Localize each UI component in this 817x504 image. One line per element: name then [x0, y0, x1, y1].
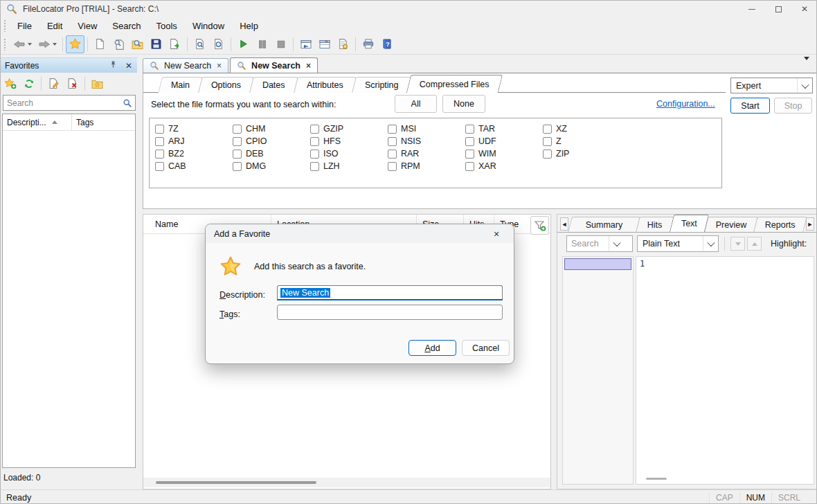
checkbox-msi[interactable]: [388, 125, 397, 134]
add-favorite-button[interactable]: [66, 35, 84, 53]
checkbox-hfs[interactable]: [310, 137, 319, 146]
previous-hit-button[interactable]: [747, 237, 762, 251]
checkbox-xz[interactable]: [543, 125, 552, 134]
format-option-xz[interactable]: XZ: [543, 123, 620, 135]
viewer-search-combo[interactable]: [566, 235, 633, 252]
back-button[interactable]: [10, 35, 35, 53]
tab-summary[interactable]: Summary: [568, 217, 640, 232]
description-input[interactable]: New Search: [277, 285, 503, 300]
tab-options[interactable]: Options: [198, 77, 254, 93]
format-option-xar[interactable]: XAR: [465, 160, 543, 172]
checkbox-arj[interactable]: [155, 137, 164, 146]
format-option-arj[interactable]: ARJ: [155, 135, 233, 147]
next-hit-button[interactable]: [730, 237, 745, 251]
pause-search-button[interactable]: [253, 35, 271, 53]
script-options-button[interactable]: [334, 35, 352, 53]
checkbox-deb[interactable]: [233, 150, 242, 159]
stop-search-button[interactable]: [271, 35, 290, 53]
results-hscrollbar[interactable]: [143, 478, 550, 487]
format-option-rpm[interactable]: RPM: [388, 160, 465, 172]
open-search-button[interactable]: [109, 35, 128, 53]
format-option-bz2[interactable]: BZ2: [155, 147, 233, 160]
start-search-toolbar-button[interactable]: [234, 35, 253, 53]
format-option-msi[interactable]: MSI: [388, 123, 465, 135]
checkbox-wim[interactable]: [465, 150, 474, 159]
format-option-udf[interactable]: UDF: [465, 135, 543, 147]
checkbox-chm[interactable]: [233, 125, 242, 134]
viewer-hscrollbar-thumb[interactable]: [646, 478, 667, 480]
checkbox-dmg[interactable]: [233, 162, 242, 171]
format-option-gzip[interactable]: GZIP: [310, 123, 388, 135]
favorites-organize-button[interactable]: [88, 75, 107, 93]
format-option-hfs[interactable]: HFS: [310, 135, 388, 147]
menu-view[interactable]: View: [70, 19, 105, 33]
tab-text[interactable]: Text: [670, 215, 709, 232]
configuration-link[interactable]: Configuration...: [656, 99, 715, 109]
viewer-search-input[interactable]: [567, 239, 609, 249]
checkbox-7z[interactable]: [155, 125, 164, 134]
dialog-close-button[interactable]: ×: [487, 227, 505, 241]
minimize-button[interactable]: [739, 1, 765, 17]
favorites-list[interactable]: Descripti... Tags: [2, 114, 136, 468]
tab-new-search-2[interactable]: New Search ×: [230, 57, 318, 73]
checkbox-tar[interactable]: [465, 125, 474, 134]
tab-new-search-1[interactable]: New Search ×: [143, 58, 228, 73]
checkbox-gzip[interactable]: [310, 125, 319, 134]
edit-expression-button[interactable]: [190, 35, 209, 53]
menu-help[interactable]: Help: [232, 19, 266, 33]
checkbox-zip[interactable]: [543, 150, 552, 159]
edit-expression-2-button[interactable]: [209, 35, 228, 53]
tab-close-icon[interactable]: ×: [306, 61, 311, 71]
favorites-col-tags[interactable]: Tags: [72, 114, 135, 130]
format-option-rar[interactable]: RAR: [388, 147, 465, 160]
tags-input[interactable]: [277, 305, 503, 320]
tab-reports[interactable]: Reports: [754, 217, 807, 232]
format-option-iso[interactable]: ISO: [310, 147, 388, 160]
favorites-edit-button[interactable]: [44, 75, 63, 93]
toggle-results-view-button[interactable]: [296, 35, 315, 53]
tab-compressed-files[interactable]: Compressed Files: [406, 75, 503, 93]
tab-main[interactable]: Main: [158, 77, 203, 93]
checkbox-iso[interactable]: [310, 150, 319, 159]
tab-hits[interactable]: Hits: [636, 217, 674, 232]
format-option-z[interactable]: Z: [543, 135, 620, 147]
favorites-add-button[interactable]: [1, 75, 19, 93]
format-option-cpio[interactable]: CPIO: [233, 135, 310, 147]
print-button[interactable]: [359, 35, 377, 53]
tab-scripting[interactable]: Scripting: [352, 77, 411, 93]
save-button[interactable]: [147, 35, 165, 53]
checkbox-bz2[interactable]: [155, 150, 164, 159]
start-button[interactable]: Start: [730, 98, 770, 114]
tab-attributes[interactable]: Attributes: [294, 77, 357, 93]
favorites-delete-button[interactable]: [63, 75, 82, 93]
favorites-search-input[interactable]: [3, 95, 120, 111]
all-button[interactable]: All: [395, 95, 437, 113]
tab-preview[interactable]: Preview: [704, 217, 758, 232]
menu-file[interactable]: File: [10, 19, 39, 33]
selected-hit-row[interactable]: [564, 258, 631, 270]
tab-dates[interactable]: Dates: [249, 77, 298, 93]
format-option-cab[interactable]: CAB: [155, 160, 233, 172]
search-mode-select[interactable]: Expert: [730, 78, 813, 93]
export-button[interactable]: [165, 35, 184, 53]
text-viewer[interactable]: 1: [636, 256, 814, 485]
menu-search[interactable]: Search: [105, 19, 148, 33]
checkbox-lzh[interactable]: [310, 162, 319, 171]
format-option-nsis[interactable]: NSIS: [388, 135, 465, 147]
stop-button[interactable]: Stop: [774, 98, 812, 114]
tab-list-dropdown-button[interactable]: [802, 60, 809, 70]
cancel-button[interactable]: Cancel: [462, 340, 510, 356]
format-option-7z[interactable]: 7Z: [155, 123, 233, 135]
menu-edit[interactable]: Edit: [39, 19, 70, 33]
scroll-tabs-left-button[interactable]: ◄: [560, 217, 568, 231]
format-option-wim[interactable]: WIM: [465, 147, 543, 160]
checkbox-udf[interactable]: [465, 137, 474, 146]
checkbox-z[interactable]: [543, 137, 552, 146]
viewer-mode-select[interactable]: Plain Text: [637, 235, 719, 252]
none-button[interactable]: None: [442, 95, 485, 113]
tab-close-icon[interactable]: ×: [217, 61, 222, 71]
forward-button[interactable]: [35, 35, 60, 53]
filter-results-button[interactable]: [530, 216, 549, 235]
add-button[interactable]: Add: [408, 340, 456, 356]
layout-view-button[interactable]: [315, 35, 334, 53]
